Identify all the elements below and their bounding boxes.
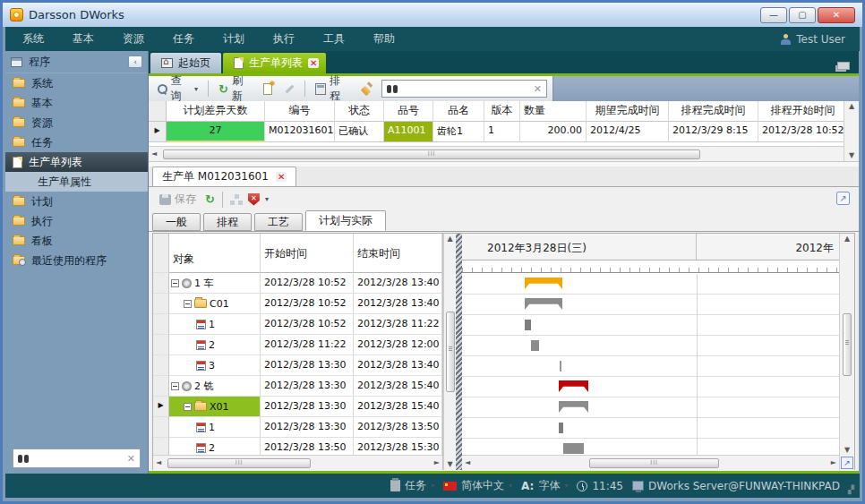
tree-vscrollbar[interactable]: ▲ ▼: [443, 234, 456, 470]
tab-production-list[interactable]: 生产单列表 ✕: [223, 53, 326, 73]
status-language-menu[interactable]: 简体中文 ▾: [443, 478, 512, 493]
menu-item-工具[interactable]: 工具: [312, 27, 356, 51]
sidebar-item-任务[interactable]: 任务: [5, 132, 148, 152]
scroll-down-icon[interactable]: ▼: [444, 461, 455, 468]
gantt-bar[interactable]: [531, 340, 539, 351]
grid-hscroll-thumb[interactable]: [163, 149, 700, 159]
scroll-left-icon[interactable]: ◄: [153, 459, 164, 466]
shield-caret-icon[interactable]: ▾: [265, 195, 269, 203]
grid-col-sched_end[interactable]: 排程完成时间: [669, 101, 758, 122]
grid-col-sched_start[interactable]: 排程开始时间: [758, 101, 848, 122]
scroll-up-icon[interactable]: ▲: [444, 235, 455, 243]
toolbar-search-input[interactable]: [402, 83, 529, 94]
scroll-right-icon[interactable]: ►: [828, 459, 839, 466]
grid-hscrollbar[interactable]: ◄: [149, 146, 844, 161]
menu-item-帮助[interactable]: 帮助: [362, 27, 407, 51]
user-indicator[interactable]: Test User: [781, 33, 860, 46]
grid-col-diff[interactable]: 计划差异天数: [167, 101, 265, 122]
tree-row[interactable]: 12012/3/28 13:302012/3/28 13:50: [153, 417, 442, 438]
sidebar-item-计划[interactable]: 计划: [5, 192, 148, 211]
sidebar-item-生产单属性[interactable]: 生产单属性: [5, 172, 148, 192]
expander-icon[interactable]: [171, 382, 179, 390]
resize-grip[interactable]: ▞: [848, 485, 855, 494]
status-task-menu[interactable]: 任务 ▾: [390, 478, 434, 493]
font-caret-icon[interactable]: ▾: [564, 482, 568, 490]
sidebar-collapse-button[interactable]: ‹: [128, 56, 142, 68]
popout-icon[interactable]: ↗: [836, 192, 850, 205]
sidebar-item-系统[interactable]: 系统: [5, 73, 148, 93]
gantt-hscrollbar[interactable]: ◄ ►: [462, 455, 839, 470]
close-button[interactable]: ✕: [818, 7, 855, 23]
gantt-popout-icon[interactable]: ↗: [841, 457, 853, 469]
grid-vscrollbar[interactable]: ▲ ▼: [844, 101, 859, 161]
edit-button[interactable]: [280, 81, 298, 96]
grid-col-item[interactable]: 品号: [384, 101, 433, 122]
sidebar-item-最近使用的程序[interactable]: 最近使用的程序: [5, 251, 148, 270]
split-handle[interactable]: [456, 234, 462, 470]
menu-item-执行[interactable]: 执行: [261, 27, 306, 51]
menu-item-基本[interactable]: 基本: [61, 27, 106, 51]
toolbar-search-clear-icon[interactable]: ✕: [534, 83, 542, 95]
gantt-bar[interactable]: [525, 320, 531, 330]
detail-refresh-icon[interactable]: ↻: [205, 194, 215, 204]
menu-item-计划[interactable]: 计划: [211, 27, 256, 51]
gantt-bar[interactable]: [560, 361, 561, 372]
menu-item-资源[interactable]: 资源: [111, 27, 156, 51]
subtab-一般[interactable]: 一般: [152, 213, 201, 231]
gantt-hscroll-thumb[interactable]: [589, 458, 719, 468]
tree-object-cell[interactable]: 2: [169, 335, 261, 355]
shield-alert-icon[interactable]: ✕: [248, 193, 260, 206]
sidebar-search-clear-icon[interactable]: ✕: [127, 453, 135, 465]
tree-object-cell[interactable]: 1: [169, 314, 261, 335]
menu-item-系统[interactable]: 系统: [11, 27, 56, 51]
sidebar-item-看板[interactable]: 看板: [5, 231, 148, 251]
task-caret-icon[interactable]: ▾: [431, 482, 434, 490]
tree-vscroll-thumb[interactable]: [446, 312, 455, 392]
grid-col-expect[interactable]: 期望完成时间: [587, 101, 669, 122]
status-font-menu[interactable]: A: 字体 ▾: [521, 478, 568, 493]
maximize-button[interactable]: ▢: [789, 7, 816, 23]
grid-col-status[interactable]: 状态: [335, 101, 384, 122]
expander-icon[interactable]: [184, 300, 192, 308]
sidebar-item-基本[interactable]: 基本: [5, 93, 148, 113]
scroll-down-icon[interactable]: ▼: [842, 447, 852, 454]
tree-row[interactable]: 12012/3/28 10:522012/3/28 11:22: [153, 314, 442, 335]
tree-object-cell[interactable]: 2 铣: [169, 376, 261, 397]
grid-col-name[interactable]: 品名: [433, 101, 484, 122]
tree-row[interactable]: 1 车2012/3/28 10:522012/3/28 13:40: [153, 273, 442, 294]
tree-row[interactable]: C012012/3/28 10:522012/3/28 13:40: [153, 294, 442, 314]
grid-col-version[interactable]: 版本: [484, 101, 520, 122]
gantt-bar[interactable]: [559, 423, 563, 433]
tree-row[interactable]: ▶X012012/3/28 13:302012/3/28 15:40: [153, 397, 442, 417]
tab-close-icon[interactable]: ✕: [308, 58, 319, 68]
expander-icon[interactable]: [171, 279, 179, 287]
expander-icon[interactable]: [184, 403, 192, 411]
tree-object-cell[interactable]: 1 车: [169, 273, 261, 294]
tree-row[interactable]: 32012/3/28 13:302012/3/28 13:40: [153, 355, 442, 376]
scroll-left-icon[interactable]: ◄: [149, 150, 159, 158]
gantt-bar[interactable]: [563, 443, 584, 454]
scroll-up-icon[interactable]: ▲: [846, 103, 857, 110]
detail-tab-close-icon[interactable]: ✕: [276, 172, 287, 182]
scroll-up-icon[interactable]: ▲: [842, 235, 852, 243]
tree-object-cell[interactable]: 3: [169, 355, 261, 376]
tree-object-cell[interactable]: X01: [169, 397, 261, 417]
grid-col-code[interactable]: 编号: [265, 101, 335, 122]
minimize-button[interactable]: —: [760, 7, 787, 23]
scroll-left-icon[interactable]: ◄: [462, 459, 473, 466]
lang-caret-icon[interactable]: ▾: [509, 482, 512, 490]
orgchart-icon[interactable]: [230, 194, 243, 205]
subtab-工艺[interactable]: 工艺: [254, 213, 303, 231]
new-button[interactable]: [260, 81, 276, 97]
sidebar-search-input[interactable]: [33, 453, 123, 464]
tree-hscrollbar[interactable]: ◄ ►: [153, 455, 442, 470]
query-caret-icon[interactable]: ▾: [194, 85, 198, 93]
gantt-vscrollbar[interactable]: ▲ ▼ ↗: [839, 234, 854, 470]
detail-doc-tab[interactable]: 生产单 M012031601 ✕: [152, 167, 296, 186]
tree-row[interactable]: 22012/3/28 11:222012/3/28 12:00: [153, 335, 442, 355]
menu-item-任务[interactable]: 任务: [161, 27, 206, 51]
scroll-right-icon[interactable]: ►: [432, 459, 442, 466]
save-button[interactable]: 保存: [156, 190, 200, 209]
tree-object-cell[interactable]: C01: [169, 294, 261, 314]
tab-home[interactable]: 起始页: [150, 53, 221, 73]
